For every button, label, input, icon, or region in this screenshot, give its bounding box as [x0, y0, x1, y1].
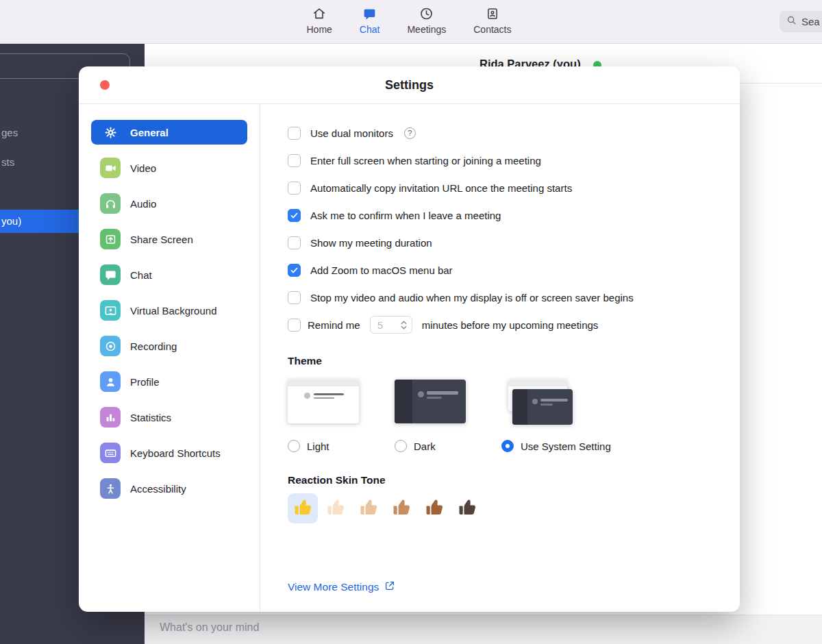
settings-nav-virtual-background[interactable]: Virtual Background	[91, 298, 247, 323]
theme-radio[interactable]	[501, 440, 514, 452]
settings-nav-audio[interactable]: Audio	[91, 191, 247, 216]
gear-icon	[100, 122, 121, 143]
general-options-list: Use dual monitors? Enter full screen whe…	[288, 119, 740, 311]
skin-tone-option-6[interactable]	[452, 493, 482, 523]
settings-nav-chat[interactable]: Chat	[91, 262, 247, 287]
message-input-bar[interactable]: What's on your mind	[145, 615, 822, 644]
search-input[interactable]: Sea	[780, 11, 822, 32]
option-checkbox[interactable]	[288, 154, 301, 167]
view-more-settings-link[interactable]: View More Settings	[288, 580, 395, 594]
settings-window: Settings General Video Audio Share Scree…	[79, 66, 740, 612]
theme-option-light: Light	[288, 380, 359, 452]
meetings-icon	[419, 6, 434, 21]
settings-title: Settings	[79, 66, 740, 104]
toolbar-item-chat[interactable]: Chat	[360, 6, 380, 35]
settings-nav-keyboard-shortcuts[interactable]: Keyboard Shortcuts	[91, 441, 247, 465]
toolbar-item-home[interactable]: Home	[307, 6, 332, 35]
option-label: Use dual monitors	[310, 127, 393, 139]
stepper-arrows-icon[interactable]	[399, 321, 412, 330]
theme-radio-label: Dark	[414, 441, 436, 452]
settings-nav-label: Video	[130, 162, 156, 174]
theme-thumbnail[interactable]	[395, 380, 466, 425]
theme-thumbnail[interactable]	[501, 380, 573, 425]
settings-nav-share-screen[interactable]: Share Screen	[91, 227, 247, 251]
theme-radio-row: Dark	[395, 440, 466, 452]
option-checkbox[interactable]	[288, 127, 301, 140]
settings-nav-accessibility[interactable]: Accessibility	[91, 476, 247, 501]
option-checkbox[interactable]	[288, 291, 301, 304]
option-row: Add Zoom to macOS menu bar	[288, 256, 740, 284]
skin-tone-option-5[interactable]	[419, 493, 449, 523]
thumbs-up-icon	[358, 496, 379, 521]
settings-nav-profile[interactable]: Profile	[91, 369, 247, 394]
thumbs-up-icon	[423, 496, 445, 521]
settings-nav-video[interactable]: Video	[91, 156, 247, 180]
remind-minutes-value: 5	[371, 319, 399, 331]
toolbar-item-label: Meetings	[407, 24, 446, 35]
keyboard-icon	[100, 443, 121, 463]
search-icon	[786, 15, 797, 28]
theme-option-system: Use System Setting	[501, 380, 611, 452]
sidebar-item-contacts-fragment[interactable]: sts	[1, 156, 14, 168]
settings-nav-label: Accessibility	[130, 483, 186, 495]
theme-options: Light Dark	[288, 380, 740, 452]
option-row: Enter full screen when starting or joini…	[288, 147, 740, 174]
option-checkbox[interactable]	[288, 264, 301, 277]
remind-me-suffix: minutes before my upcoming meetings	[422, 319, 599, 331]
option-checkbox[interactable]	[288, 182, 301, 195]
skin-tone-option-4[interactable]	[386, 493, 416, 523]
toolbar-item-meetings[interactable]: Meetings	[407, 6, 446, 35]
search-text: Sea	[801, 16, 820, 27]
settings-header: Settings	[79, 66, 740, 104]
remind-me-prefix: Remind me	[308, 319, 360, 331]
theme-radio-label: Light	[307, 441, 329, 452]
settings-nav-general[interactable]: General	[91, 120, 247, 145]
option-checkbox[interactable]	[288, 236, 301, 249]
theme-radio[interactable]	[395, 440, 407, 452]
option-label: Show my meeting duration	[310, 237, 432, 249]
thumbs-up-icon	[325, 496, 347, 521]
theme-dark-thumbnail	[395, 380, 466, 423]
close-window-button[interactable]	[100, 80, 110, 90]
theme-option-dark: Dark	[395, 380, 466, 452]
sidebar-item-messages-fragment[interactable]: ges	[1, 127, 18, 138]
skin-tone-options	[288, 493, 740, 523]
remind-me-row: Remind me 5 minutes before my upcoming m…	[288, 311, 740, 338]
theme-heading: Theme	[288, 355, 740, 367]
theme-system-dark-thumbnail	[512, 389, 573, 425]
toolbar-item-label: Chat	[360, 24, 380, 35]
top-toolbar: Home Chat Meetings Contacts Sea	[0, 0, 822, 44]
profile-icon	[100, 371, 121, 392]
skin-tone-option-2[interactable]	[321, 493, 351, 523]
skin-tone-option-3[interactable]	[353, 493, 384, 523]
theme-radio[interactable]	[288, 440, 300, 452]
option-label: Add Zoom to macOS menu bar	[310, 264, 453, 276]
settings-nav: General Video Audio Share Screen Chat Vi…	[79, 104, 260, 612]
help-icon[interactable]: ?	[404, 127, 416, 139]
virtual-background-icon	[100, 300, 121, 321]
settings-nav-statistics[interactable]: Statistics	[91, 405, 247, 430]
theme-radio-row: Light	[288, 440, 359, 452]
thumbs-up-icon	[390, 496, 412, 521]
settings-content: Use dual monitors? Enter full screen whe…	[260, 104, 740, 612]
skin-tone-option-1[interactable]	[288, 493, 318, 523]
record-icon	[100, 336, 121, 356]
video-icon	[100, 158, 121, 178]
external-link-icon	[384, 580, 395, 594]
view-more-settings-label: View More Settings	[288, 581, 379, 593]
settings-body: General Video Audio Share Screen Chat Vi…	[79, 104, 740, 612]
option-checkbox[interactable]	[288, 209, 301, 222]
toolbar-item-contacts[interactable]: Contacts	[473, 6, 511, 35]
option-label: Stop my video and audio when my display …	[310, 292, 634, 304]
settings-nav-label: Keyboard Shortcuts	[130, 447, 221, 459]
remind-me-checkbox[interactable]	[288, 319, 301, 332]
remind-minutes-stepper[interactable]: 5	[370, 316, 412, 334]
skin-tone-heading: Reaction Skin Tone	[288, 474, 740, 486]
theme-thumbnail[interactable]	[288, 380, 359, 425]
contacts-icon	[485, 6, 499, 21]
headphones-icon	[100, 193, 121, 214]
option-label: Enter full screen when starting or joini…	[310, 155, 541, 166]
settings-nav-label: Statistics	[130, 412, 171, 423]
toolbar-nav: Home Chat Meetings Contacts	[307, 6, 512, 35]
settings-nav-recording[interactable]: Recording	[91, 334, 247, 358]
